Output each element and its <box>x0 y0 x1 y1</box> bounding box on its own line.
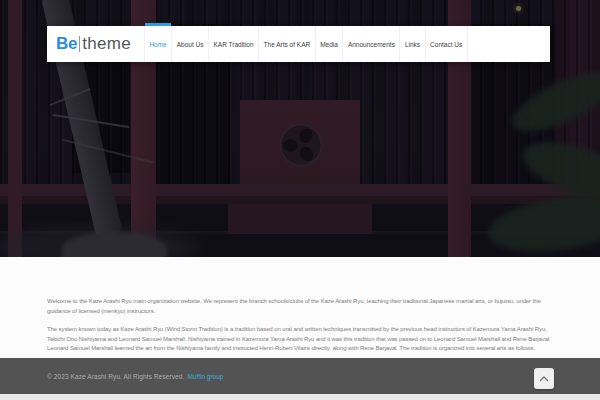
intro-paragraph: Welcome to the Kaze Arashi Ryu main orga… <box>47 297 553 316</box>
logo-divider <box>79 36 80 52</box>
nav-item-kar-tradition[interactable]: KAR Tradition <box>208 26 258 62</box>
nav-item-contact-us[interactable]: Contact Us <box>425 26 468 62</box>
mitsudomoe-crest-icon <box>279 123 323 167</box>
betheme-logo[interactable]: Be theme <box>56 26 131 62</box>
scroll-to-top-button[interactable] <box>534 368 554 389</box>
page-background-strip <box>0 394 600 400</box>
muffin-group-link[interactable]: Muffin group <box>187 373 223 380</box>
logo-text-bold: Be <box>56 34 77 54</box>
nav-item-the-arts-of-kar[interactable]: The Arts of KAR <box>258 26 315 62</box>
nav-item-media[interactable]: Media <box>315 26 343 62</box>
nav-item-about-us[interactable]: About Us <box>171 26 208 62</box>
history-paragraph: The system known today as Kaze Arashi Ry… <box>47 325 553 354</box>
chevron-up-icon <box>539 376 549 382</box>
top-navbar: Be theme Home About Us KAR Tradition The… <box>47 26 550 62</box>
footer: © 2023 Kaze Arashi Ryu. All Rights Reser… <box>0 358 600 394</box>
intro-section: Welcome to the Kaze Arashi Ryu main orga… <box>0 257 600 358</box>
copyright-text: © 2023 Kaze Arashi Ryu. All Rights Reser… <box>47 373 184 380</box>
altar-base <box>228 204 372 234</box>
page: Be theme Home About Us KAR Tradition The… <box>0 0 600 400</box>
lantern-light <box>516 6 521 11</box>
shrine-column <box>8 0 22 257</box>
nav-item-home[interactable]: Home <box>144 26 171 62</box>
nav-item-links[interactable]: Links <box>399 26 424 62</box>
logo-text-light: theme <box>82 34 131 54</box>
main-menu: Home About Us KAR Tradition The Arts of … <box>144 26 468 62</box>
nav-item-announcements[interactable]: Announcements <box>342 26 399 62</box>
